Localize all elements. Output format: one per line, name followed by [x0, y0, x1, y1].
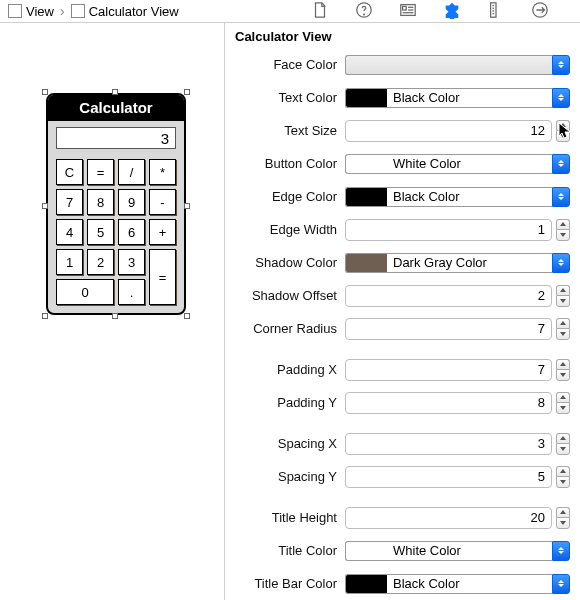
calc-button[interactable]: 1 — [56, 249, 83, 275]
calc-button-grid: C = / * 7 8 9 - 4 5 6 + 1 2 3 — [48, 155, 184, 313]
calc-display: 3 — [56, 127, 176, 149]
inspector-title: Calculator View — [225, 23, 580, 48]
calc-button[interactable]: * — [149, 159, 176, 185]
face-color-well[interactable] — [345, 55, 552, 75]
calc-button[interactable]: 5 — [87, 219, 114, 245]
breadcrumb-item-view[interactable]: View — [26, 4, 54, 19]
label-button-color: Button Color — [225, 156, 345, 171]
breadcrumb-item-calculator-view[interactable]: Calculator View — [89, 4, 179, 19]
calc-button[interactable]: C — [56, 159, 83, 185]
resize-handle[interactable] — [184, 203, 190, 209]
label-shadow-color: Shadow Color — [225, 255, 345, 270]
spacing-x-stepper[interactable] — [556, 433, 570, 455]
calc-button[interactable]: + — [149, 219, 176, 245]
calc-button[interactable]: - — [149, 189, 176, 215]
canvas[interactable]: Calculator 3 C = / * 7 8 9 - 4 5 6 — [0, 23, 225, 600]
title-bar-color-swatch[interactable] — [345, 574, 387, 594]
label-padding-x: Padding X — [225, 362, 345, 377]
label-edge-width: Edge Width — [225, 222, 345, 237]
edge-color-name[interactable]: Black Color — [387, 187, 552, 207]
svg-rect-3 — [403, 6, 407, 10]
view-doc-icon — [8, 4, 22, 18]
calc-button[interactable]: / — [118, 159, 145, 185]
resize-handle[interactable] — [184, 313, 190, 319]
size-inspector-tab[interactable] — [487, 1, 505, 22]
resize-handle[interactable] — [184, 89, 190, 95]
label-spacing-y: Spacing Y — [225, 469, 345, 484]
button-color-swatch[interactable] — [345, 154, 387, 174]
row-title-height: Title Height 20 — [225, 501, 580, 534]
label-title-height: Title Height — [225, 510, 345, 525]
text-color-swatch[interactable] — [345, 88, 387, 108]
padding-x-input[interactable]: 7 — [345, 359, 552, 381]
file-inspector-tab[interactable] — [311, 1, 329, 22]
padding-y-stepper[interactable] — [556, 392, 570, 414]
help-inspector-tab[interactable] — [355, 1, 373, 22]
title-height-input[interactable]: 20 — [345, 507, 552, 529]
label-title-color: Title Color — [225, 543, 345, 558]
resize-handle[interactable] — [42, 313, 48, 319]
padding-x-stepper[interactable] — [556, 359, 570, 381]
text-size-stepper[interactable] — [556, 120, 570, 142]
corner-radius-input[interactable]: 7 — [345, 318, 552, 340]
resize-handle[interactable] — [42, 89, 48, 95]
calc-button[interactable]: = — [87, 159, 114, 185]
shadow-offset-stepper[interactable] — [556, 285, 570, 307]
button-color-dropdown[interactable] — [552, 154, 570, 174]
row-corner-radius: Corner Radius 7 — [225, 312, 580, 345]
row-face-color: Face Color — [225, 48, 580, 81]
chevron-right-icon: › — [58, 3, 67, 19]
title-color-dropdown[interactable] — [552, 541, 570, 561]
calc-title: Calculator — [48, 95, 184, 121]
row-shadow-offset: Shadow Offset 2 — [225, 279, 580, 312]
spacing-y-input[interactable]: 5 — [345, 466, 552, 488]
text-color-dropdown[interactable] — [552, 88, 570, 108]
shadow-color-swatch[interactable] — [345, 253, 387, 273]
title-color-swatch[interactable] — [345, 541, 387, 561]
calc-button[interactable]: 3 — [118, 249, 145, 275]
spacing-x-input[interactable]: 3 — [345, 433, 552, 455]
button-color-name[interactable]: White Color — [387, 154, 552, 174]
shadow-color-dropdown[interactable] — [552, 253, 570, 273]
calc-button[interactable]: 8 — [87, 189, 114, 215]
label-corner-radius: Corner Radius — [225, 321, 345, 336]
resize-handle[interactable] — [112, 89, 118, 95]
edge-width-stepper[interactable] — [556, 219, 570, 241]
svg-point-1 — [364, 14, 365, 15]
calc-button[interactable]: 0 — [56, 279, 114, 305]
calc-button[interactable]: 6 — [118, 219, 145, 245]
connections-inspector-tab[interactable] — [531, 1, 549, 22]
title-bar-color-dropdown[interactable] — [552, 574, 570, 594]
text-size-input[interactable]: 12 — [345, 120, 552, 142]
resize-handle[interactable] — [112, 313, 118, 319]
text-color-name[interactable]: Black Color — [387, 88, 552, 108]
calc-button[interactable]: 2 — [87, 249, 114, 275]
calc-button[interactable]: 7 — [56, 189, 83, 215]
attributes-inspector-tab[interactable] — [443, 1, 461, 22]
resize-handle[interactable] — [42, 203, 48, 209]
edge-width-input[interactable]: 1 — [345, 219, 552, 241]
inspector-panel: Calculator View Face Color Text Color Bl… — [225, 23, 580, 600]
row-padding-y: Padding Y 8 — [225, 386, 580, 419]
label-text-size: Text Size — [225, 123, 345, 138]
calc-button[interactable]: 4 — [56, 219, 83, 245]
title-height-stepper[interactable] — [556, 507, 570, 529]
padding-y-input[interactable]: 8 — [345, 392, 552, 414]
calc-button[interactable]: . — [118, 279, 145, 305]
face-color-dropdown[interactable] — [552, 55, 570, 75]
edge-color-swatch[interactable] — [345, 187, 387, 207]
edge-color-dropdown[interactable] — [552, 187, 570, 207]
title-bar-color-name[interactable]: Black Color — [387, 574, 552, 594]
calc-button[interactable]: = — [149, 249, 176, 305]
calculator-preview[interactable]: Calculator 3 C = / * 7 8 9 - 4 5 6 — [46, 93, 186, 315]
shadow-offset-input[interactable]: 2 — [345, 285, 552, 307]
identity-inspector-tab[interactable] — [399, 1, 417, 22]
spacing-y-stepper[interactable] — [556, 466, 570, 488]
title-color-name[interactable]: White Color — [387, 541, 552, 561]
breadcrumb: View › Calculator View — [0, 3, 225, 19]
shadow-color-name[interactable]: Dark Gray Color — [387, 253, 552, 273]
label-spacing-x: Spacing X — [225, 436, 345, 451]
row-shadow-color: Shadow Color Dark Gray Color — [225, 246, 580, 279]
corner-radius-stepper[interactable] — [556, 318, 570, 340]
calc-button[interactable]: 9 — [118, 189, 145, 215]
